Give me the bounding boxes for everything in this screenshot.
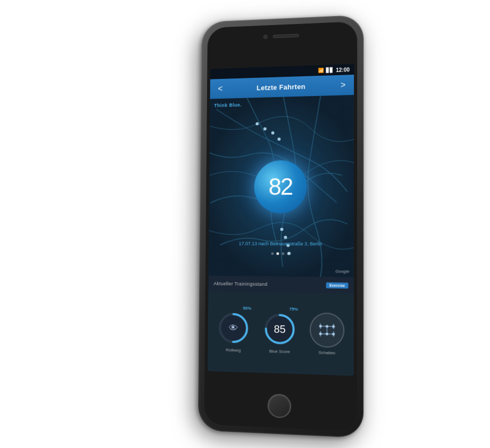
phone-top-bar xyxy=(263,34,299,39)
dot-2[interactable] xyxy=(276,252,279,255)
svg-point-25 xyxy=(326,333,328,335)
svg-point-22 xyxy=(326,325,328,327)
svg-point-23 xyxy=(332,325,335,328)
schalten-svg xyxy=(315,318,339,342)
schalten-widget: Schalten xyxy=(305,313,349,356)
rollweg-label: Rollweg xyxy=(226,348,241,353)
svg-point-21 xyxy=(319,325,322,327)
dot-1[interactable] xyxy=(271,252,273,255)
wifi-icon: 📶 xyxy=(318,68,324,73)
blue-score-widget: 75% 85 Blue Score xyxy=(258,311,301,355)
camera xyxy=(263,35,267,39)
trip-info: 17.07.13 nach Bernauerstraße 3, Berlin xyxy=(209,241,354,247)
svg-point-24 xyxy=(319,332,322,335)
score-circle: 82 xyxy=(254,160,307,213)
score-number: 82 xyxy=(268,175,293,198)
scene: 📶 ▊▊ 12:00 < Letzte Fahrten > xyxy=(0,0,490,448)
blue-score-label: Blue Score xyxy=(269,349,290,354)
svg-point-6 xyxy=(280,228,283,231)
blue-score-progress: 75% 85 xyxy=(263,311,297,347)
home-button[interactable] xyxy=(267,394,291,419)
blue-score-value: 85 xyxy=(274,323,286,335)
eye-icon: 👁 xyxy=(228,322,238,333)
think-blue-label: Think Blue. xyxy=(214,102,242,108)
phone-screen: 📶 ▊▊ 12:00 < Letzte Fahrten > xyxy=(208,64,354,376)
schalten-label: Schalten xyxy=(319,350,336,355)
google-label: Google xyxy=(335,269,349,274)
nav-title: Letzte Fahrten xyxy=(225,81,337,92)
rollweg-progress: 50% 👁 xyxy=(217,310,250,345)
metrics-row: 50% 👁 Rollweg xyxy=(208,291,354,375)
signal-icon: ▊▊ xyxy=(326,67,334,73)
training-title: Aktueller Trainingsstand xyxy=(214,281,267,287)
training-header: Aktueller Trainingsstand Exercise xyxy=(208,276,353,294)
dot-4[interactable] xyxy=(287,252,289,255)
training-section: Aktueller Trainingsstand Exercise 50% xyxy=(208,276,354,376)
svg-point-26 xyxy=(332,333,335,335)
dot-3[interactable] xyxy=(281,252,284,255)
score-circle-outer: 82 xyxy=(254,160,307,213)
trip-date: 17.07.13 nach Bernauerstraße 3, Berlin xyxy=(209,241,354,247)
rollweg-widget: 50% 👁 Rollweg xyxy=(212,310,255,353)
map-area: Think Blue. Google 82 17.07.13 nach Bern… xyxy=(209,95,354,278)
rollweg-percent: 50% xyxy=(243,306,251,310)
status-time: 12:00 xyxy=(336,67,350,73)
phone-inner: 📶 ▊▊ 12:00 < Letzte Fahrten > xyxy=(204,21,357,431)
blue-score-percent: 75% xyxy=(289,307,298,311)
back-arrow[interactable]: < xyxy=(215,84,225,93)
phone-shell: 📶 ▊▊ 12:00 < Letzte Fahrten > xyxy=(198,15,364,438)
speaker xyxy=(273,34,299,38)
schalten-icon-container xyxy=(310,313,344,348)
forward-arrow[interactable]: > xyxy=(338,80,349,90)
svg-point-7 xyxy=(284,236,287,239)
exercise-badge[interactable]: Exercise xyxy=(326,282,349,289)
